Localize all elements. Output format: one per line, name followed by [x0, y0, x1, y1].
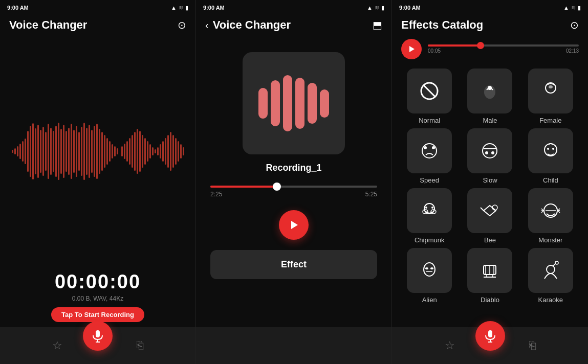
wave-bar: [258, 88, 268, 119]
svg-rect-48: [137, 129, 138, 174]
svg-point-77: [549, 85, 553, 88]
settings-icon[interactable]: ⊙: [178, 19, 186, 31]
svg-point-87: [552, 148, 554, 150]
effect-item-slow[interactable]: Slow: [462, 128, 518, 184]
timer-section: 00:00:00 0.00 B, WAV, 44Kz Tap To Start …: [0, 266, 195, 327]
effect-label-child: Child: [543, 176, 558, 184]
pb-current: 00:05: [428, 48, 441, 54]
effect-item-bee[interactable]: Bee: [462, 188, 518, 244]
effect-button[interactable]: Effect: [210, 250, 377, 279]
effect-icon-normal: [407, 69, 452, 113]
folder-icon-3[interactable]: ⎗: [529, 339, 536, 352]
status-bar-1: 9:00 AM ▲ ≋ ▮: [0, 0, 195, 14]
effect-item-karaoke[interactable]: Karaoke: [522, 248, 579, 304]
recording-card: [243, 52, 345, 154]
effect-item-chipmunk[interactable]: Chipmunk: [401, 188, 458, 244]
effect-label-alien: Alien: [422, 296, 437, 304]
svg-point-103: [424, 263, 435, 276]
effect-label-male: Male: [483, 117, 497, 124]
status-time-1: 9:00 AM: [7, 5, 29, 11]
svg-point-79: [424, 146, 427, 149]
timer-display: 00:00:00: [0, 271, 195, 293]
svg-rect-54: [152, 147, 154, 155]
play-sm-icon: [407, 45, 416, 53]
p1-header: Voice Changer ⊙: [0, 14, 195, 37]
bottom-bar-2: [196, 327, 391, 364]
progress-track[interactable]: [210, 186, 377, 188]
svg-rect-2: [17, 146, 18, 156]
favorites-icon[interactable]: ☆: [52, 339, 62, 352]
effect-icon-child: [528, 128, 573, 173]
svg-point-84: [491, 151, 494, 154]
svg-rect-36: [104, 135, 105, 168]
svg-rect-42: [121, 146, 123, 156]
svg-rect-18: [58, 123, 59, 180]
play-icon: [288, 219, 299, 231]
waveform-svg: [11, 121, 185, 182]
favorites-icon-3[interactable]: ☆: [445, 339, 455, 352]
progress-area[interactable]: 2:25 5:25: [196, 186, 391, 198]
mic-button[interactable]: [83, 321, 113, 351]
mic-icon-3: [483, 329, 497, 343]
p2-title: Voice Changer: [213, 18, 291, 32]
folder-icon[interactable]: ⎗: [137, 339, 143, 352]
effect-icon-monster: [528, 188, 573, 233]
svg-rect-15: [50, 128, 52, 175]
pb-times: 00:05 02:13: [428, 47, 579, 54]
svg-rect-39: [112, 144, 113, 158]
svg-rect-116: [488, 330, 492, 337]
effect-item-diablo[interactable]: Diablo: [462, 248, 518, 304]
bottom-bar-1: ☆ ⎗: [0, 327, 195, 364]
progress-thumb[interactable]: [273, 183, 281, 191]
effect-item-speed[interactable]: Speed: [401, 128, 458, 184]
waveform-area: [0, 37, 195, 266]
effect-item-alien[interactable]: Alien: [401, 248, 458, 304]
effect-item-child[interactable]: Child: [522, 128, 579, 184]
svg-marker-70: [291, 221, 298, 229]
svg-rect-53: [149, 144, 151, 158]
recording-name: Recording_1: [196, 163, 391, 173]
svg-rect-65: [180, 144, 182, 158]
svg-rect-28: [83, 123, 85, 180]
pb-track[interactable]: [428, 44, 579, 47]
svg-rect-27: [81, 127, 82, 176]
effect-item-female[interactable]: Female: [522, 69, 579, 124]
battery-icon-3: ▮: [578, 5, 581, 11]
play-sm-button[interactable]: [401, 39, 422, 59]
svg-point-86: [547, 148, 549, 150]
save-icon[interactable]: ⬒: [373, 19, 382, 31]
svg-point-83: [485, 151, 488, 154]
svg-rect-47: [134, 132, 136, 171]
effect-item-normal[interactable]: Normal: [401, 69, 458, 124]
svg-rect-64: [178, 141, 179, 162]
svg-rect-14: [48, 124, 49, 179]
effect-item-monster[interactable]: Monster: [522, 188, 579, 244]
play-button[interactable]: [279, 210, 309, 240]
svg-rect-67: [96, 330, 100, 337]
wifi-icon: ≋: [179, 5, 183, 11]
effect-label-normal: Normal: [419, 117, 440, 124]
settings-icon-3[interactable]: ⊙: [570, 19, 579, 31]
panel-recording: 9:00 AM ▲ ≋ ▮ Voice Changer ⊙: [0, 0, 196, 364]
svg-rect-43: [124, 144, 125, 159]
back-button[interactable]: ‹: [205, 19, 209, 31]
svg-rect-23: [71, 124, 72, 179]
effect-icon-slow: [467, 128, 512, 173]
svg-point-89: [425, 207, 427, 209]
svg-rect-24: [73, 130, 75, 173]
effect-icon-bee: [467, 188, 512, 233]
pb-thumb[interactable]: [477, 42, 484, 49]
time-labels: 2:25 5:25: [210, 191, 377, 198]
effect-item-male[interactable]: Male: [462, 69, 518, 124]
svg-line-95: [481, 208, 484, 211]
mic-button-3[interactable]: [475, 321, 505, 351]
status-time-2: 9:00 AM: [203, 5, 225, 11]
status-icons-1: ▲ ≋ ▮: [171, 5, 188, 11]
panel-playback: 9:00 AM ▲ ≋ ▮ ‹ Voice Changer ⬒ Recordin…: [196, 0, 392, 364]
tap-record-button[interactable]: Tap To Start Recording: [51, 307, 144, 322]
svg-rect-21: [66, 131, 67, 172]
svg-rect-4: [22, 141, 24, 162]
p1-title: Voice Changer: [9, 18, 87, 32]
effect-icon-speed: [407, 128, 452, 173]
svg-rect-51: [144, 138, 146, 165]
